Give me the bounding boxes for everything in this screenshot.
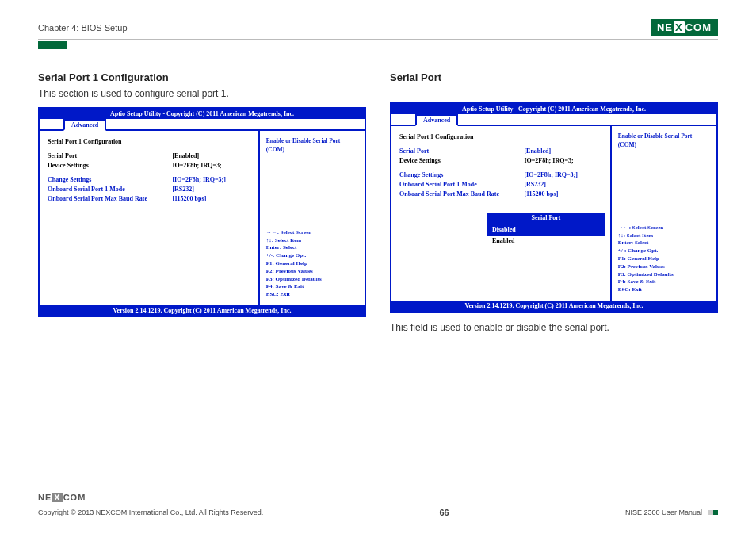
section-title-left: Serial Port 1 Configuration <box>38 71 366 83</box>
left-column: Serial Port 1 Configuration This section… <box>38 71 366 341</box>
section-desc-right: This field is used to enable or disable … <box>390 322 718 333</box>
footer-logo: NEXCOM <box>38 493 718 502</box>
nexcom-logo: NEXCOM <box>651 19 718 36</box>
bios-help-text: Enable or Disable Serial Port (COM) <box>266 137 358 154</box>
bios-footer: Version 2.14.1219. Copyright (C) 2011 Am… <box>391 301 716 311</box>
bios-help-area: Enable or Disable Serial Port (COM) →←: … <box>260 131 365 305</box>
copyright-text: Copyright © 2013 NEXCOM International Co… <box>38 508 263 516</box>
bios-header: Aptio Setup Utility - Copyright (C) 2011… <box>40 109 365 119</box>
section-desc-left: This section is used to configure serial… <box>38 88 366 99</box>
bios-section-heading: Serial Port 1 Configuration <box>399 132 602 142</box>
corner-squares-icon <box>708 508 718 516</box>
page-number: 66 <box>439 508 449 517</box>
bios-row-device-settings: Device Settings IO=2F8h; IRQ=3; <box>48 161 250 171</box>
page-footer: NEXCOM Copyright © 2013 NEXCOM Internati… <box>38 493 718 517</box>
bios-row-serial-port[interactable]: Serial Port [Enabled] <box>48 151 250 161</box>
bios-tabs: Advanced <box>391 114 716 126</box>
bios-row-baud[interactable]: Onboard Serial Port Max Baud Rate [11520… <box>399 190 602 199</box>
bios-tabs: Advanced <box>40 119 365 131</box>
section-title-right: Serial Port <box>390 71 718 83</box>
popup-option-disabled[interactable]: Disabled <box>487 224 605 236</box>
bios-header: Aptio Setup Utility - Copyright (C) 2011… <box>391 104 716 114</box>
bios-tab-advanced[interactable]: Advanced <box>63 119 106 131</box>
bios-help-text: Enable or Disable Serial Port (COM) <box>618 132 710 149</box>
bios-row-mode[interactable]: Onboard Serial Port 1 Mode [RS232] <box>399 180 602 190</box>
bios-panel-left: Aptio Setup Utility - Copyright (C) 2011… <box>38 107 366 317</box>
bios-panel-right: Aptio Setup Utility - Copyright (C) 2011… <box>390 102 718 313</box>
top-bar: Chapter 4: BIOS Setup NEXCOM <box>38 19 718 40</box>
bios-row-baud[interactable]: Onboard Serial Port Max Baud Rate [11520… <box>48 194 250 204</box>
chapter-label: Chapter 4: BIOS Setup <box>38 23 128 33</box>
bios-footer: Version 2.14.1219. Copyright (C) 2011 Am… <box>40 305 365 316</box>
bios-tab-advanced[interactable]: Advanced <box>415 114 458 126</box>
bios-help-area: Enable or Disable Serial Port (COM) →←: … <box>612 126 716 301</box>
popup-title: Serial Port <box>487 213 605 224</box>
bios-row-change-settings[interactable]: Change Settings [IO=2F8h; IRQ=3;] <box>399 171 602 180</box>
green-accent <box>38 41 67 49</box>
bios-row-device-settings: Device Settings IO=2F8h; IRQ=3; <box>399 156 602 166</box>
bios-section-heading: Serial Port 1 Configuration <box>48 137 250 147</box>
bios-key-help: →←: Select Screen ↑↓: Select Item Enter:… <box>266 229 358 299</box>
bios-settings-area: Serial Port 1 Configuration Serial Port … <box>391 126 612 301</box>
bios-row-mode[interactable]: Onboard Serial Port 1 Mode [RS232] <box>48 185 250 194</box>
bios-row-change-settings[interactable]: Change Settings [IO=2F8h; IRQ=3;] <box>48 175 250 185</box>
serial-port-popup: Serial Port Disabled Enabled <box>487 212 605 247</box>
bios-settings-area: Serial Port 1 Configuration Serial Port … <box>40 131 260 305</box>
bios-row-serial-port[interactable]: Serial Port [Enabled] <box>399 147 602 156</box>
manual-name: NISE 2300 User Manual <box>625 508 702 516</box>
bios-key-help: →←: Select Screen ↑↓: Select Item Enter:… <box>618 224 710 294</box>
right-column: Serial Port Aptio Setup Utility - Copyri… <box>390 71 718 341</box>
popup-option-enabled[interactable]: Enabled <box>487 236 605 247</box>
